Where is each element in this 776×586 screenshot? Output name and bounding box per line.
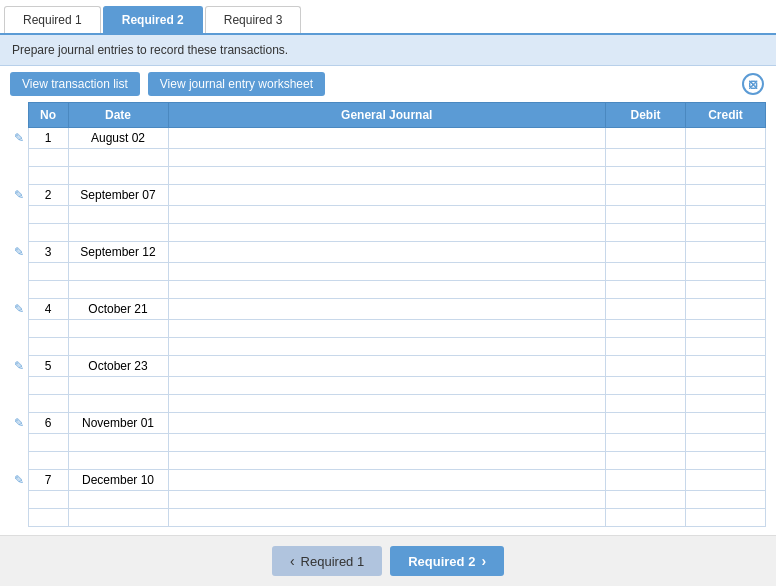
entry-journal[interactable] (168, 299, 606, 320)
sub-journal[interactable] (168, 338, 606, 356)
edit-icon[interactable]: ✎ (14, 131, 24, 145)
entry-journal[interactable] (168, 242, 606, 263)
entry-date: October 23 (68, 356, 168, 377)
sub-debit[interactable] (606, 395, 686, 413)
entry-credit[interactable] (686, 470, 766, 491)
sub-credit[interactable] (686, 167, 766, 185)
sub-no (28, 167, 68, 185)
edit-icon[interactable]: ✎ (14, 302, 24, 316)
prev-arrow: ‹ (290, 553, 295, 569)
close-icon[interactable]: ⦻ (742, 73, 764, 95)
entry-debit[interactable] (606, 242, 686, 263)
header-general-journal: General Journal (168, 103, 606, 128)
entry-journal[interactable] (168, 356, 606, 377)
view-journal-btn[interactable]: View journal entry worksheet (148, 72, 325, 96)
entry-credit[interactable] (686, 242, 766, 263)
sub-no (28, 452, 68, 470)
entry-debit[interactable] (606, 413, 686, 434)
journal-table: No Date General Journal Debit Credit ✎ 1… (10, 102, 766, 527)
edit-icon-cell[interactable]: ✎ (10, 470, 28, 491)
sub-debit[interactable] (606, 281, 686, 299)
sub-journal[interactable] (168, 509, 606, 527)
entry-journal[interactable] (168, 185, 606, 206)
entry-credit[interactable] (686, 356, 766, 377)
sub-debit[interactable] (606, 320, 686, 338)
sub-debit[interactable] (606, 491, 686, 509)
entry-journal[interactable] (168, 413, 606, 434)
edit-icon-cell[interactable]: ✎ (10, 299, 28, 320)
sub-credit[interactable] (686, 452, 766, 470)
entry-credit[interactable] (686, 128, 766, 149)
sub-journal[interactable] (168, 434, 606, 452)
prev-btn[interactable]: ‹ Required 1 (272, 546, 382, 576)
sub-credit[interactable] (686, 263, 766, 281)
edit-icon-cell-sub (10, 263, 28, 281)
sub-credit[interactable] (686, 377, 766, 395)
entry-credit[interactable] (686, 413, 766, 434)
edit-icon-cell[interactable]: ✎ (10, 128, 28, 149)
sub-no (28, 224, 68, 242)
sub-journal[interactable] (168, 263, 606, 281)
sub-debit[interactable] (606, 452, 686, 470)
sub-debit[interactable] (606, 263, 686, 281)
entry-journal[interactable] (168, 128, 606, 149)
sub-date (68, 263, 168, 281)
entry-debit[interactable] (606, 470, 686, 491)
table-sub-row (10, 206, 766, 224)
edit-icon[interactable]: ✎ (14, 359, 24, 373)
tab-required1[interactable]: Required 1 (4, 6, 101, 33)
sub-journal[interactable] (168, 320, 606, 338)
edit-icon[interactable]: ✎ (14, 473, 24, 487)
sub-journal[interactable] (168, 377, 606, 395)
sub-journal[interactable] (168, 395, 606, 413)
sub-credit[interactable] (686, 206, 766, 224)
entry-debit[interactable] (606, 185, 686, 206)
sub-credit[interactable] (686, 338, 766, 356)
sub-debit[interactable] (606, 434, 686, 452)
sub-credit[interactable] (686, 320, 766, 338)
entry-journal[interactable] (168, 470, 606, 491)
sub-journal[interactable] (168, 167, 606, 185)
sub-debit[interactable] (606, 149, 686, 167)
tab-required2[interactable]: Required 2 (103, 6, 203, 33)
sub-journal[interactable] (168, 149, 606, 167)
view-transaction-btn[interactable]: View transaction list (10, 72, 140, 96)
edit-icon-cell[interactable]: ✎ (10, 242, 28, 263)
sub-debit[interactable] (606, 509, 686, 527)
table-sub-row (10, 509, 766, 527)
edit-icon-cell[interactable]: ✎ (10, 185, 28, 206)
sub-credit[interactable] (686, 281, 766, 299)
sub-credit[interactable] (686, 434, 766, 452)
table-sub-row (10, 452, 766, 470)
sub-journal[interactable] (168, 491, 606, 509)
sub-debit[interactable] (606, 377, 686, 395)
sub-credit[interactable] (686, 395, 766, 413)
sub-date (68, 338, 168, 356)
header-credit: Credit (686, 103, 766, 128)
sub-credit[interactable] (686, 509, 766, 527)
sub-journal[interactable] (168, 452, 606, 470)
sub-credit[interactable] (686, 491, 766, 509)
sub-debit[interactable] (606, 338, 686, 356)
entry-credit[interactable] (686, 185, 766, 206)
sub-journal[interactable] (168, 224, 606, 242)
entry-debit[interactable] (606, 128, 686, 149)
edit-icon[interactable]: ✎ (14, 245, 24, 259)
edit-icon[interactable]: ✎ (14, 416, 24, 430)
edit-icon-cell[interactable]: ✎ (10, 413, 28, 434)
sub-journal[interactable] (168, 206, 606, 224)
edit-icon[interactable]: ✎ (14, 188, 24, 202)
edit-icon-cell-sub (10, 491, 28, 509)
entry-debit[interactable] (606, 356, 686, 377)
tab-required3[interactable]: Required 3 (205, 6, 302, 33)
sub-debit[interactable] (606, 167, 686, 185)
sub-credit[interactable] (686, 149, 766, 167)
edit-icon-cell[interactable]: ✎ (10, 356, 28, 377)
sub-journal[interactable] (168, 281, 606, 299)
entry-debit[interactable] (606, 299, 686, 320)
sub-credit[interactable] (686, 224, 766, 242)
sub-debit[interactable] (606, 206, 686, 224)
sub-debit[interactable] (606, 224, 686, 242)
next-btn[interactable]: Required 2 › (390, 546, 504, 576)
entry-credit[interactable] (686, 299, 766, 320)
